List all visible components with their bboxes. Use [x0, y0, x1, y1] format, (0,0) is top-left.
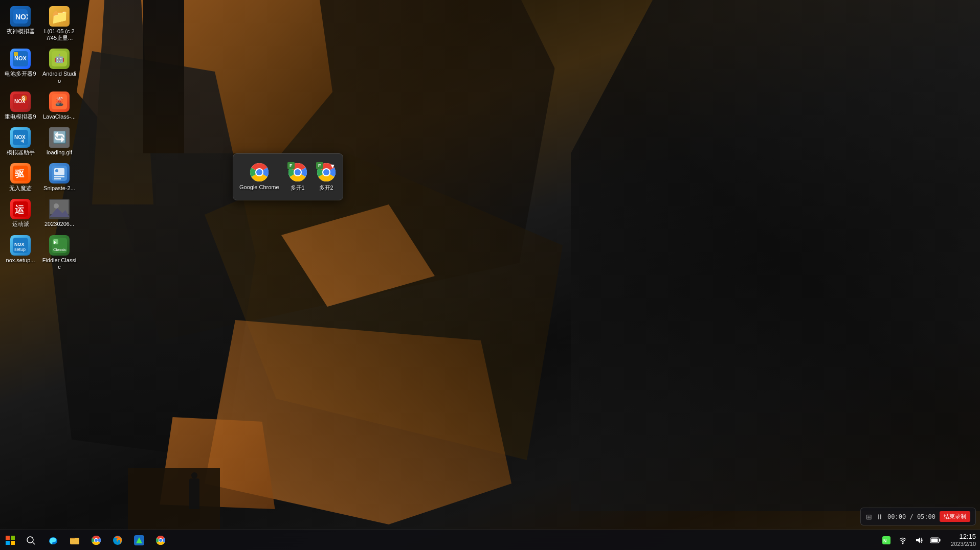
desktop-background	[0, 0, 980, 550]
icon-row-1: NOX 夜神模拟器 📁 L(01-05 (c 27/45止显...	[2, 4, 80, 43]
icon-row-6: 运 运动派 20230206...	[2, 197, 80, 230]
mech-ground	[128, 468, 220, 530]
icon-row-4: NOX 模拟器助手 🔄 loading.gif	[2, 125, 80, 158]
desktop-icon-nox-multi[interactable]: NOX 电池多开器9	[2, 47, 39, 86]
svg-point-64	[902, 542, 904, 544]
svg-point-38	[256, 169, 262, 175]
svg-rect-4	[14, 52, 18, 56]
svg-point-61	[159, 539, 162, 542]
nox-setup-label: nox.setup...	[6, 257, 35, 264]
svg-point-27	[54, 203, 59, 209]
svg-text:Classic: Classic	[53, 247, 66, 252]
android-studio-icon-img: 🤖	[49, 49, 70, 69]
tray-icon-battery[interactable]	[928, 533, 943, 547]
svg-rect-46	[11, 536, 15, 540]
end-recording-button[interactable]: 结束录制	[940, 511, 970, 522]
duokai2-label: 多开2	[319, 184, 333, 192]
chrome-popup-google-chrome[interactable]: Google Chrome	[237, 160, 281, 192]
svg-text:运: 运	[15, 204, 25, 215]
svg-point-20	[55, 169, 58, 172]
person-body	[189, 478, 199, 509]
fiddler-label: Fiddler Classic	[42, 257, 77, 270]
svg-rect-45	[6, 536, 10, 540]
tray-icon-nox[interactable]: N	[879, 533, 894, 547]
volume-icon	[915, 536, 923, 544]
tray-icon-wifi[interactable]	[896, 533, 910, 547]
taskbar-item-firefox[interactable]	[107, 530, 128, 551]
taskbar-clock[interactable]: 12:15 2023/2/10	[947, 533, 980, 547]
taskbar-item-chrome[interactable]	[86, 530, 106, 551]
chrome-main-icon	[249, 162, 270, 182]
svg-text:F: F	[54, 240, 57, 245]
taskbar-item-explorer[interactable]	[64, 530, 85, 551]
taskbar-item-nox-green[interactable]	[129, 530, 149, 551]
nox9-label: 重电模拟器9	[5, 113, 36, 120]
clock-date: 2023/2/10	[951, 541, 976, 547]
nox9-icon-img: NOX 9	[10, 91, 31, 112]
svg-point-49	[27, 537, 33, 543]
desktop-icon-snipaste[interactable]: Snipaste-2...	[41, 161, 78, 194]
start-button[interactable]	[0, 530, 20, 551]
video-control-bar: ⊞ ⏸ 00:00 / 05:00 结束录制	[860, 508, 976, 525]
desktop-icon-android-studio[interactable]: 🤖 Android Studio	[41, 47, 78, 86]
desktop-icons-area: NOX 夜神模拟器 📁 L(01-05 (c 27/45止显... NOX 电池…	[0, 0, 82, 440]
wutu-icon-img: 驱	[10, 163, 31, 184]
svg-point-55	[95, 539, 98, 542]
svg-text:驱: 驱	[14, 169, 25, 179]
snipaste-icon-img	[49, 163, 70, 184]
tray-icon-volume[interactable]	[912, 533, 926, 547]
chrome-popup-duokai2[interactable]: F 多开2	[314, 160, 339, 194]
nox-night-label: 夜神模拟器	[7, 28, 35, 35]
chrome-popup: Google Chrome F 多开1	[233, 153, 343, 200]
folder1-icon-glyph: 📁	[51, 8, 69, 25]
svg-text:N: N	[883, 538, 887, 543]
pause-icon[interactable]: ⏸	[876, 513, 883, 521]
nox-assistant-label: 模拟器助手	[7, 149, 35, 156]
desktop-icon-yunzhong[interactable]: 运 运动派	[2, 197, 39, 230]
explorer-icon	[70, 535, 80, 545]
person-head	[191, 472, 197, 478]
desktop-icon-nox9[interactable]: NOX 9 重电模拟器9	[2, 89, 39, 122]
bg-shape-3	[571, 0, 980, 511]
grid-icon: ⊞	[866, 513, 872, 521]
photo-icon-img	[49, 199, 70, 219]
svg-point-44	[323, 169, 329, 175]
taskbar-item-edge[interactable]	[43, 530, 63, 551]
android-studio-label: Android Studio	[42, 71, 77, 84]
wutu-label: 无入魔迹	[9, 185, 32, 192]
taskbar-tray: N	[875, 533, 947, 547]
desktop-icon-nox-setup[interactable]: NOX setup nox.setup...	[2, 233, 39, 272]
svg-marker-65	[916, 537, 920, 543]
duokai1-icon-container: F	[287, 162, 308, 182]
desktop-icon-photo[interactable]: 20230206...	[41, 197, 78, 230]
desktop-icon-loading[interactable]: 🔄 loading.gif	[41, 125, 78, 158]
lavaclass-icon-img: 🌋	[49, 91, 70, 112]
nox-assistant-icon-img: NOX	[10, 127, 31, 148]
chrome-popup-duokai1[interactable]: F 多开1	[285, 160, 310, 194]
svg-text:9: 9	[22, 96, 25, 101]
search-icon	[26, 536, 35, 545]
loading-glyph: 🔄	[53, 131, 66, 144]
nox-night-icon-img: NOX	[10, 6, 31, 27]
desktop-icon-nox-assistant[interactable]: NOX 模拟器助手	[2, 125, 39, 158]
svg-text:🌋: 🌋	[54, 97, 64, 106]
photo-label: 20230206...	[44, 221, 74, 227]
taskbar-item-chrome2[interactable]	[150, 530, 171, 551]
edge-icon	[48, 535, 58, 545]
yunzhong-icon-img: 运	[10, 199, 31, 219]
desktop-icon-lavaclass[interactable]: 🌋 LavaClass-...	[41, 89, 78, 122]
desktop-icon-fiddler[interactable]: F Classic Fiddler Classic	[41, 233, 78, 272]
duokai2-icon-container: F	[316, 162, 337, 182]
chrome-taskbar-icon-2	[155, 535, 166, 545]
desktop-icon-nox-night[interactable]: NOX 夜神模拟器	[2, 4, 39, 43]
duokai1-badge: F	[287, 162, 295, 169]
desktop-icon-wutu[interactable]: 驱 无入魔迹	[2, 161, 39, 194]
taskbar-search-button[interactable]	[21, 531, 40, 549]
fiddler-icon-img: F Classic	[49, 235, 70, 256]
nox-tray-icon: N	[882, 536, 890, 544]
nox-setup-icon-img: NOX setup	[10, 235, 31, 256]
firefox-icon	[113, 535, 123, 545]
desktop-icon-folder1[interactable]: 📁 L(01-05 (c 27/45止显...	[41, 4, 78, 43]
taskbar-items	[41, 530, 875, 551]
snipaste-label: Snipaste-2...	[43, 185, 75, 192]
